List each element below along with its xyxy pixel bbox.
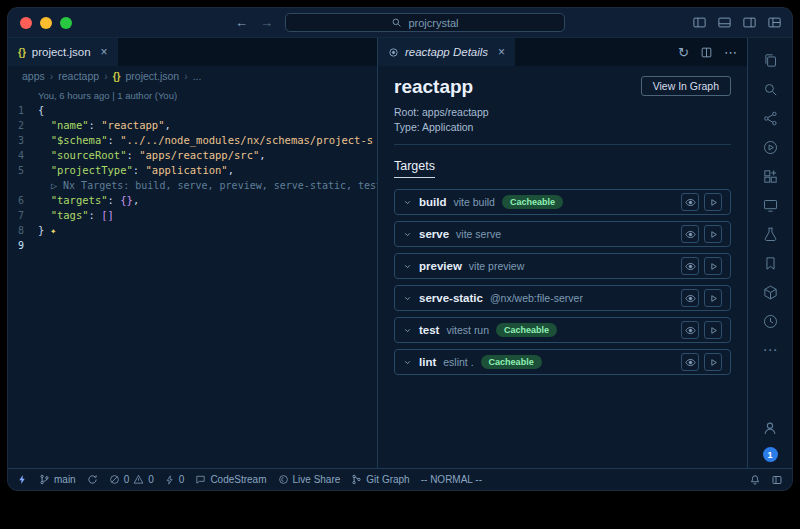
customize-layout-icon[interactable] <box>767 15 782 30</box>
json-icon: {} <box>18 47 26 58</box>
back-button[interactable]: ← <box>235 15 248 30</box>
line-number: 3 <box>8 133 38 148</box>
run-target-button[interactable] <box>704 257 722 275</box>
refresh-icon[interactable]: ↻ <box>678 45 689 60</box>
target-row-preview[interactable]: previewvite preview <box>394 253 731 279</box>
sync-button[interactable] <box>87 474 98 485</box>
run-target-button[interactable] <box>704 353 722 371</box>
tab-project-json[interactable]: {} project.json × <box>8 38 119 66</box>
show-target-config-button[interactable] <box>681 193 699 211</box>
chevron-right-icon: › <box>50 70 54 82</box>
inlay-hint-line[interactable]: ▷ Nx Targets: build, serve, preview, ser… <box>8 178 377 193</box>
show-target-config-button[interactable] <box>681 225 699 243</box>
bookmark-icon[interactable] <box>756 249 784 277</box>
remote-indicator[interactable] <box>17 474 28 485</box>
targets-list: buildvite buildCacheableservevite servep… <box>394 189 731 375</box>
cube-icon[interactable] <box>756 278 784 306</box>
tab-reactapp-details[interactable]: reactapp Details × <box>378 38 516 66</box>
breadcrumb-item-more[interactable]: ... <box>193 70 202 82</box>
command-center-search[interactable]: projcrystal <box>285 13 565 32</box>
show-target-config-button[interactable] <box>681 289 699 307</box>
editor-group-left: {} project.json × apps › reactapp › {} p… <box>8 38 378 468</box>
chevron-down-icon <box>403 326 412 335</box>
toggle-panel-icon[interactable] <box>717 15 732 30</box>
tab-label: reactapp Details <box>405 46 488 58</box>
git-branch-item[interactable]: main <box>39 474 76 485</box>
code-line[interactable]: 2 "name": "reactapp", <box>8 118 377 133</box>
code-line[interactable]: 4 "sourceRoot": "apps/reactapp/src", <box>8 148 377 163</box>
view-in-graph-button[interactable]: View In Graph <box>641 76 731 96</box>
inlay-text: Nx Targets: build, serve, preview, serve… <box>63 180 377 191</box>
code-editor[interactable]: You, 6 hours ago | 1 author (You)1{2 "na… <box>8 86 377 468</box>
main-area: {} project.json × apps › reactapp › {} p… <box>8 38 792 468</box>
run-target-button[interactable] <box>704 289 722 307</box>
breadcrumb-item-apps[interactable]: apps <box>22 70 45 82</box>
show-target-config-button[interactable] <box>681 321 699 339</box>
beaker-icon[interactable] <box>756 220 784 248</box>
target-row-serve-static[interactable]: serve-static@nx/web:file-server <box>394 285 731 311</box>
code-line[interactable]: 9 <box>8 238 377 253</box>
split-editor-icon[interactable] <box>700 46 713 59</box>
gitgraph-item[interactable]: Git Graph <box>351 474 409 485</box>
code-text: { <box>38 103 44 118</box>
code-line[interactable]: 8} ✦ <box>8 223 377 238</box>
close-tab-icon[interactable]: × <box>101 45 108 59</box>
target-actions <box>681 353 722 371</box>
liveshare-icon <box>278 474 289 485</box>
code-line[interactable]: 7 "tags": [] <box>8 208 377 223</box>
codelens-line[interactable]: You, 6 hours ago | 1 author (You) <box>8 88 377 103</box>
layout-icon[interactable] <box>771 474 783 486</box>
search-icon <box>391 17 402 28</box>
run-target-button[interactable] <box>704 193 722 211</box>
account-icon[interactable] <box>756 414 784 442</box>
search-icon[interactable] <box>756 75 784 103</box>
bell-icon[interactable] <box>749 474 761 486</box>
clock-icon[interactable] <box>756 307 784 335</box>
target-row-test[interactable]: testvitest runCacheable <box>394 317 731 343</box>
code-line[interactable]: 3 "$schema": "../../node_modules/nx/sche… <box>8 133 377 148</box>
breadcrumb-item-file[interactable]: project.json <box>125 70 179 82</box>
target-name: build <box>419 196 446 208</box>
target-row-serve[interactable]: servevite serve <box>394 221 731 247</box>
files-icon[interactable] <box>756 46 784 74</box>
liveshare-item[interactable]: Live Share <box>278 474 341 485</box>
forward-button[interactable]: → <box>260 15 273 30</box>
show-target-config-button[interactable] <box>681 257 699 275</box>
share-icon[interactable] <box>756 104 784 132</box>
notification-badge[interactable]: 1 <box>763 447 778 462</box>
more-icon[interactable]: ⋯ <box>756 336 784 364</box>
target-actions <box>681 257 722 275</box>
code-text: "sourceRoot": "apps/reactapp/src", <box>38 148 266 163</box>
zap-count-item[interactable]: 0 <box>165 474 185 485</box>
close-window-button[interactable] <box>20 17 32 29</box>
zoom-window-button[interactable] <box>60 17 72 29</box>
code-line[interactable]: 5 "projectType": "application", <box>8 163 377 178</box>
monitor-icon[interactable] <box>756 191 784 219</box>
codestream-item[interactable]: CodeStream <box>195 474 266 485</box>
code-line[interactable]: 6 "targets": {}, <box>8 193 377 208</box>
gitgraph-label: Git Graph <box>366 474 409 485</box>
status-bar: main 0 0 0 CodeStream Live Share Git Gra… <box>8 468 792 490</box>
traffic-lights <box>8 17 72 29</box>
problems-item[interactable]: 0 0 <box>109 474 154 485</box>
target-actions <box>681 321 722 339</box>
close-tab-icon[interactable]: × <box>498 45 505 59</box>
debug-icon[interactable] <box>756 133 784 161</box>
target-row-lint[interactable]: linteslint .Cacheable <box>394 349 731 375</box>
code-line[interactable]: 1{ <box>8 103 377 118</box>
branch-name: main <box>54 474 76 485</box>
target-row-build[interactable]: buildvite buildCacheable <box>394 189 731 215</box>
warning-count: 0 <box>148 474 154 485</box>
run-target-button[interactable] <box>704 225 722 243</box>
show-target-config-button[interactable] <box>681 353 699 371</box>
target-command: vite build <box>453 196 494 208</box>
breadcrumb-item-reactapp[interactable]: reactapp <box>58 70 99 82</box>
play-icon: ▷ <box>51 180 63 191</box>
toggle-secondary-sidebar-icon[interactable] <box>742 15 757 30</box>
toggle-sidebar-icon[interactable] <box>692 15 707 30</box>
code-text: "targets": {}, <box>38 193 139 208</box>
more-actions-icon[interactable]: ⋯ <box>724 45 737 60</box>
minimize-window-button[interactable] <box>40 17 52 29</box>
run-target-button[interactable] <box>704 321 722 339</box>
extensions-icon[interactable] <box>756 162 784 190</box>
